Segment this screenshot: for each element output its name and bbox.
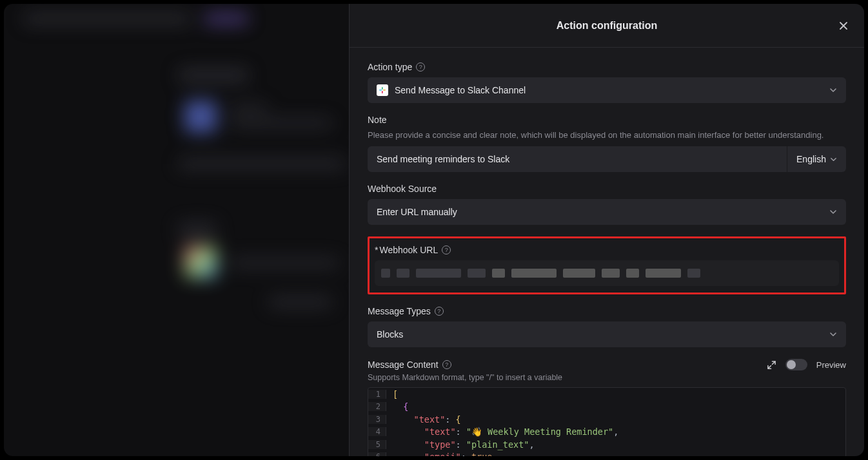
help-icon[interactable]: ? [416,62,425,72]
webhook-source-label-text: Webhook Source [368,184,437,194]
webhook-source-value: Enter URL manually [377,207,457,217]
slack-icon [377,84,388,96]
message-content-label: Message Content ? [368,359,451,370]
action-type-value: Send Message to Slack Channel [395,85,526,95]
svg-rect-3 [382,91,383,93]
action-type-label: Action type ? [368,62,846,72]
panel-title: Action configuration [557,20,657,32]
message-content-support-text: Supports Markdown format, type "/" to in… [368,373,846,382]
action-type-label-text: Action type [368,62,412,72]
line-number: 2 [368,402,386,411]
panel-header: Action configuration [350,4,864,48]
webhook-source-label: Webhook Source [368,184,846,194]
message-types-select[interactable]: Blocks [368,321,846,347]
redacted-chunk [563,269,595,278]
svg-rect-2 [382,87,383,90]
redacted-chunk [646,269,681,278]
redacted-chunk [492,269,505,278]
panel-body: Action type ? Send Message to Slack Chan… [350,48,864,456]
redacted-chunk [602,269,620,278]
code-editor[interactable]: 1 [ 2 { 3 "text": { 4 "text": "👋 Weekly … [368,387,846,456]
language-value: English [796,154,826,164]
note-label-text: Note [368,115,387,125]
close-icon [838,21,849,31]
code-line-3: "text": { [386,414,461,425]
webhook-url-highlight: *Webhook URL ? [368,236,846,294]
webhook-url-label-text: *Webhook URL [375,245,438,255]
redacted-chunk [626,269,639,278]
redacted-chunk [381,269,390,278]
webhook-source-select[interactable]: Enter URL manually [368,199,846,225]
chevron-down-icon [829,331,837,338]
code-line-5: "type": "plain_text", [386,439,535,450]
message-types-label-text: Message Types [368,306,431,316]
code-line-4: "text": "👋 Weekly Meeting Reminder", [386,426,618,437]
chevron-down-icon [830,156,837,163]
line-number: 1 [368,390,386,399]
line-number: 3 [368,415,386,424]
redacted-chunk [511,269,557,278]
code-line-6: "emoji": true [386,452,492,456]
svg-rect-0 [379,90,382,91]
message-types-value: Blocks [377,329,403,340]
chevron-down-icon [829,86,837,94]
redacted-chunk [687,269,700,278]
code-line-1: [ [386,389,398,399]
redacted-chunk [416,269,461,278]
redacted-chunk [397,269,409,278]
note-description: Please provide a concise and clear note,… [368,130,846,140]
action-config-panel: Action configuration Action type ? Send … [349,4,864,456]
chevron-down-icon [829,208,837,216]
line-number: 6 [368,452,386,456]
svg-rect-1 [383,90,386,91]
language-select[interactable]: English [787,146,846,172]
message-types-label: Message Types ? [368,306,846,316]
line-number: 5 [368,440,386,449]
help-icon[interactable]: ? [435,307,444,316]
note-input[interactable]: Send meeting reminders to Slack [368,146,787,172]
expand-button[interactable] [767,360,776,370]
webhook-url-label: *Webhook URL ? [375,245,839,255]
close-button[interactable] [836,18,851,34]
note-label: Note [368,115,846,125]
redacted-chunk [468,269,486,278]
preview-toggle[interactable] [785,359,807,370]
note-value: Send meeting reminders to Slack [377,154,509,164]
message-content-label-text: Message Content [368,359,439,370]
code-line-2: { [386,401,408,412]
help-icon[interactable]: ? [442,360,451,369]
action-type-select[interactable]: Send Message to Slack Channel [368,77,846,103]
line-number: 4 [368,427,386,436]
webhook-url-input[interactable] [375,260,839,286]
help-icon[interactable]: ? [442,245,451,254]
preview-label: Preview [816,360,846,370]
